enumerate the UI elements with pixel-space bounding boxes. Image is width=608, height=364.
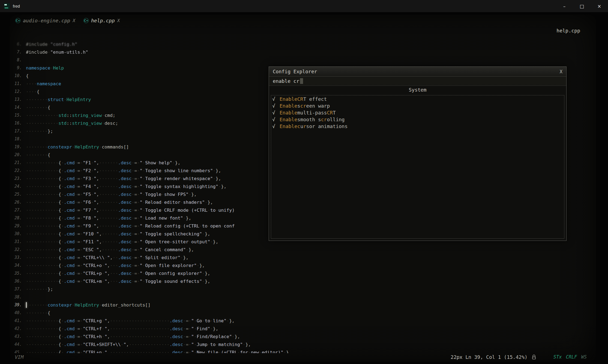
line-number: 18.: [10, 135, 26, 143]
line-number: 16.: [10, 119, 26, 127]
line-number: 39.: [10, 301, 26, 309]
config-item[interactable]: √Enable smooth scrolling: [272, 116, 563, 123]
match-highlight: cr: [300, 103, 306, 109]
app-icon: [4, 3, 10, 9]
minimize-button[interactable]: –: [556, 0, 573, 12]
vim-mode-indicator: VIM: [15, 354, 24, 360]
line-number: 41.: [10, 317, 26, 325]
line-number: 25.: [10, 190, 26, 198]
code-line[interactable]: 42.············{·.cmd·=·"CTRL+f·",······…: [10, 325, 595, 333]
tab-help[interactable]: C+ help.cpp X: [83, 18, 120, 23]
config-list: √Enable CRT effect√Enable screen warp√En…: [271, 95, 564, 239]
item-text: olling: [327, 117, 345, 122]
item-text: u: [300, 123, 303, 129]
checkbox-checked-icon[interactable]: √: [272, 96, 280, 102]
code-line[interactable]: 41.············{·.cmd·=·"CTRL+g·",······…: [10, 317, 595, 325]
maximize-button[interactable]: □: [573, 0, 591, 12]
line-number: 7.: [10, 48, 26, 56]
line-number: 34.: [10, 262, 26, 269]
code-line[interactable]: 8.: [10, 56, 595, 64]
lock-icon: [532, 354, 536, 360]
match-highlight: r: [303, 123, 306, 129]
checkbox-checked-icon[interactable]: √: [272, 103, 280, 109]
line-number: 29.: [10, 222, 26, 230]
config-explorer-popup: Config Explorer X enable cr System √Enab…: [269, 66, 567, 241]
code-line[interactable]: 36.············{·.cmd·=·"CTRL+m·",···.de…: [10, 277, 595, 285]
line-number: 12.: [10, 88, 26, 96]
line-number: 22.: [10, 167, 26, 175]
match-highlight: Enable: [280, 103, 297, 109]
code-line[interactable]: 34.············{·.cmd·=·"CTRL+o·",···.de…: [10, 262, 595, 269]
match-highlight: Enable: [280, 123, 297, 129]
titlebar: fred – □ ×: [0, 0, 608, 13]
tab-audio-engine[interactable]: C+ audio-engine.cpp X: [15, 18, 75, 23]
cpp-file-icon: C+: [83, 18, 89, 23]
line-number: 30.: [10, 230, 26, 238]
code-line[interactable]: 39.········constexpr·HelpEntry·editor_sh…: [10, 301, 595, 309]
line-number: 31.: [10, 238, 26, 246]
line-number: 21.: [10, 159, 26, 167]
tab-label: help.cpp: [91, 18, 115, 23]
status-bar: VIM 22px Ln 39, Col 1 (15.42%) STxCRLFWS: [15, 353, 592, 361]
line-number: 19.: [10, 143, 26, 151]
popup-titlebar: Config Explorer X: [269, 67, 566, 77]
text-cursor: [300, 78, 303, 84]
config-item[interactable]: √Enable multi-pass CRT: [272, 109, 563, 116]
line-number: 42.: [10, 325, 26, 333]
current-filename: help.cpp: [556, 28, 580, 34]
code-line[interactable]: 7.#include·"enum-utils.h": [10, 48, 595, 56]
match-highlight: Enable: [280, 96, 297, 102]
code-line[interactable]: 40.········{: [10, 309, 595, 317]
code-line[interactable]: 37.········};: [10, 285, 595, 293]
config-search-input[interactable]: enable cr: [269, 77, 566, 86]
line-number: 36.: [10, 277, 26, 285]
line-number: 28.: [10, 214, 26, 222]
status-indicators: STxCRLFWS: [553, 354, 587, 360]
checkbox-checked-icon[interactable]: √: [272, 123, 280, 129]
line-number: 32.: [10, 246, 26, 254]
item-text: multi-pass: [297, 110, 327, 116]
checkbox-checked-icon[interactable]: √: [272, 110, 280, 116]
line-number: 23.: [10, 175, 26, 183]
tab-close-icon[interactable]: X: [73, 18, 75, 23]
line-number: 37.: [10, 285, 26, 293]
match-highlight: cr: [321, 117, 327, 122]
item-text: een warp: [306, 103, 330, 109]
code-line[interactable]: 35.············{·.cmd·=·"CTRL+p·",···.de…: [10, 269, 595, 277]
code-line[interactable]: 43.············{·.cmd·=·"CTRL+h·",······…: [10, 333, 595, 341]
line-number: 11.: [10, 80, 26, 88]
checkbox-checked-icon[interactable]: √: [272, 117, 280, 122]
line-number: 10.: [10, 72, 26, 80]
line-number: 26.: [10, 198, 26, 206]
line-number: 6.: [10, 40, 26, 48]
code-line[interactable]: 44.············{·.cmd·=·"CTRL+SHIFT+\\·"…: [10, 341, 595, 348]
config-item[interactable]: √Enable screen warp: [272, 102, 563, 109]
line-number: 14.: [10, 104, 26, 111]
config-item[interactable]: √Enable cursor animations: [272, 123, 563, 130]
code-line[interactable]: 32.············{·.cmd·=·"ESC·",······.de…: [10, 246, 595, 254]
match-highlight: Enable: [280, 117, 297, 122]
line-number: 35.: [10, 269, 26, 277]
cpp-file-icon: C+: [15, 18, 20, 23]
line-number: 9.: [10, 64, 26, 72]
status-indicator-crlf: CRLF: [566, 354, 577, 360]
line-number: 24.: [10, 183, 26, 190]
item-text: T: [333, 110, 336, 116]
line-number: 17.: [10, 127, 26, 135]
close-button[interactable]: ×: [591, 0, 608, 12]
popup-title: Config Explorer: [273, 69, 317, 74]
config-item[interactable]: √Enable CRT effect: [272, 96, 563, 102]
code-line[interactable]: 6.#include·"config.h": [10, 40, 595, 48]
line-number: 15.: [10, 111, 26, 119]
editor-screen: C+ audio-engine.cpp X C+ help.cpp X help…: [10, 15, 596, 362]
code-line[interactable]: 38.: [10, 293, 595, 301]
match-highlight: CR: [297, 96, 303, 102]
window-controls: – □ ×: [556, 0, 608, 12]
window-title: fred: [13, 4, 20, 8]
tab-close-icon[interactable]: X: [117, 18, 120, 23]
code-line[interactable]: 33.············{·.cmd·=·"CTRL+\\·",··.de…: [10, 254, 595, 262]
item-text: smooth s: [297, 117, 321, 122]
popup-close-icon[interactable]: X: [560, 69, 562, 74]
app-window: fred – □ × C+ audio-engine.cpp X C+ help…: [0, 0, 608, 364]
line-number: 27.: [10, 206, 26, 214]
